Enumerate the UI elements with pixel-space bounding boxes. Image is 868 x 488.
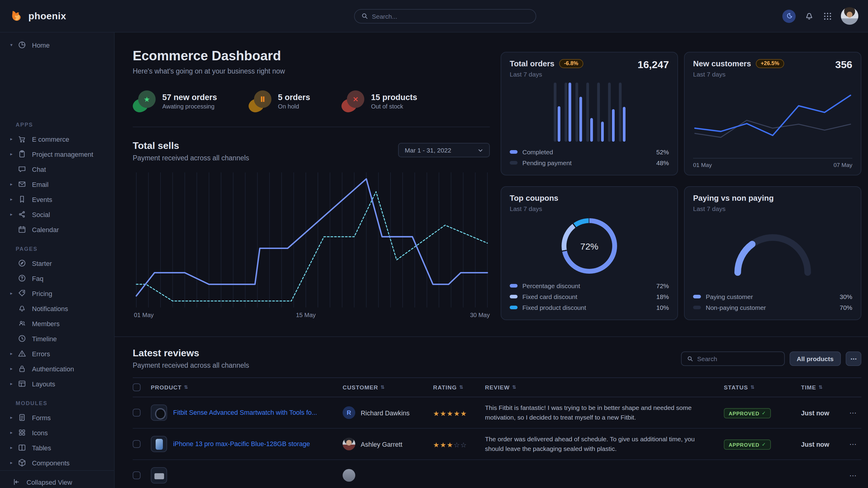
sidebar-item[interactable]: Starter: [0, 256, 114, 271]
legend-swatch: [510, 305, 518, 309]
sidebar-item[interactable]: ▸ Email: [0, 176, 114, 192]
paying-gauge-chart-area: [693, 212, 852, 291]
sidebar-item[interactable]: ▸ Project management: [0, 147, 114, 162]
legend-row: Completed 52%: [510, 147, 669, 157]
total-sells-title: Total sells: [133, 140, 249, 151]
product-thumbnail: [151, 436, 167, 452]
sidebar-item[interactable]: ▸ Forms: [0, 410, 114, 425]
column-label: RATING: [433, 384, 457, 391]
reviews-search[interactable]: [681, 352, 784, 366]
sidebar-item-icon: [18, 40, 27, 50]
notifications-button[interactable]: [804, 11, 814, 21]
column-header[interactable]: STATUS ⇅: [724, 384, 801, 391]
sidebar-subitem[interactable]: [0, 53, 114, 67]
column-header[interactable]: REVIEW ⇅: [485, 384, 724, 391]
table-header-row: PRODUCT ⇅ CUSTOMER ⇅ RATING ⇅ REVIEW: [133, 378, 861, 397]
sidebar-item-label: Project management: [32, 151, 93, 158]
sidebar-subitem[interactable]: [0, 98, 114, 113]
row-checkbox[interactable]: [133, 409, 141, 417]
sidebar-item[interactable]: ▸ Icons: [0, 425, 114, 440]
global-search-input[interactable]: [372, 12, 529, 20]
column-header[interactable]: CUSTOMER ⇅: [343, 384, 433, 391]
sidebar-item-label: Social: [32, 211, 50, 218]
sort-icon: ⇅: [184, 385, 188, 390]
all-products-button[interactable]: All products: [789, 352, 841, 366]
card-title: New customers: [693, 59, 751, 68]
sidebar: ▾ Home APPS: [0, 33, 115, 488]
user-avatar[interactable]: [841, 7, 858, 25]
sidebar-item[interactable]: ▸ Events: [0, 192, 114, 207]
sidebar-item[interactable]: ▸ E commerce: [0, 131, 114, 147]
sidebar-item[interactable]: Chat: [0, 162, 114, 176]
sort-icon: ⇅: [459, 385, 464, 390]
sidebar-item-group: ▸ Project management: [0, 147, 114, 162]
sidebar-item[interactable]: ▸ Tables: [0, 440, 114, 455]
x-axis-end: 07 May: [834, 162, 852, 168]
chevron-down-icon: [478, 148, 483, 153]
column-header[interactable]: PRODUCT ⇅: [151, 384, 343, 391]
dark-mode-toggle[interactable]: [782, 9, 796, 23]
sidebar-item-group: Faq: [0, 271, 114, 286]
sidebar-subitem[interactable]: [0, 83, 114, 98]
sidebar-item[interactable]: ▸ Components: [0, 455, 114, 470]
customer-avatar: [343, 438, 355, 450]
sidebar-item[interactable]: Members: [0, 316, 114, 331]
new-customers-chart-area: [693, 78, 852, 157]
column-header[interactable]: TIME ⇅: [801, 384, 844, 391]
sidebar-item-label: Pricing: [32, 290, 52, 297]
sidebar-item[interactable]: ▾ Home: [0, 37, 114, 53]
sidebar-item[interactable]: ▸ Errors: [0, 346, 114, 361]
stat-glyph-icon: Ⅱ: [254, 90, 272, 108]
new-customers-chart: [693, 79, 852, 156]
row-checkbox[interactable]: [133, 440, 141, 448]
chevron-icon: ▸: [10, 151, 18, 157]
column-label: TIME: [801, 384, 816, 391]
brand-logo[interactable]: phoenix: [10, 9, 115, 23]
star-icon: ☆: [461, 441, 467, 448]
sidebar-item-group: ▸ E commerce: [0, 131, 114, 147]
sidebar-subitem[interactable]: [0, 67, 114, 83]
sidebar-item[interactable]: Calendar: [0, 222, 114, 237]
top-coupons-card: Top coupons Last 7 days 72%: [501, 186, 678, 320]
rating-stars: ★★★★★: [433, 407, 485, 418]
legend-swatch: [510, 150, 518, 154]
product-link[interactable]: Fitbit Sense Advanced Smartwatch with To…: [173, 408, 317, 417]
card-period: Last 7 days: [693, 70, 784, 78]
sidebar-item-icon: [18, 349, 27, 358]
moon-icon: [785, 12, 793, 20]
apps-grid-button[interactable]: [823, 11, 832, 21]
reviews-more-button[interactable]: ⋯: [846, 352, 861, 366]
sidebar-item[interactable]: Faq: [0, 271, 114, 286]
reviews-controls: All products ⋯: [681, 352, 861, 366]
row-more-button[interactable]: ⋯: [844, 440, 861, 448]
global-search[interactable]: [354, 9, 536, 23]
bell-icon: [804, 11, 814, 21]
stat-glyph-icon: ✕: [347, 90, 364, 108]
sidebar-item[interactable]: ▸ Authentication: [0, 361, 114, 376]
date-range-select[interactable]: Mar 1 - 31, 2022: [398, 143, 490, 157]
sidebar-item-group: Chat: [0, 162, 114, 176]
sidebar-item[interactable]: Timeline: [0, 331, 114, 346]
sidebar-item[interactable]: ▸ Pricing: [0, 286, 114, 301]
reviews-search-input[interactable]: [697, 355, 778, 362]
select-all-checkbox[interactable]: [133, 383, 141, 391]
stat-caption: On hold: [278, 103, 310, 110]
stat-icon: Ⅱ: [249, 90, 272, 112]
sidebar-item-icon: [18, 134, 27, 143]
sidebar-section: PAGES Starter: [0, 246, 114, 391]
row-more-button[interactable]: ⋯: [844, 409, 861, 417]
collapse-sidebar-button[interactable]: Collapsed View: [0, 470, 114, 488]
dashboard-left-column: Ecommerce Dashboard Here's what's going …: [133, 40, 490, 321]
sidebar-item[interactable]: Notifications: [0, 301, 114, 316]
review-time: Just now: [801, 409, 844, 416]
sidebar-item[interactable]: ▸ Social: [0, 207, 114, 222]
product-link[interactable]: iPhone 13 pro max-Pacific Blue-128GB sto…: [173, 440, 310, 448]
date-range-value: Mar 1 - 31, 2022: [405, 147, 451, 154]
sidebar-item[interactable]: ▸ Layouts: [0, 376, 114, 391]
sidebar-item-group: Starter: [0, 256, 114, 271]
app-root: phoenix: [0, 0, 868, 488]
table-row: iPhone 13 pro max-Pacific Blue-128GB sto…: [133, 429, 861, 460]
row-checkbox[interactable]: [133, 471, 141, 479]
row-more-button[interactable]: ⋯: [844, 471, 861, 480]
column-header[interactable]: RATING ⇅: [433, 384, 485, 391]
